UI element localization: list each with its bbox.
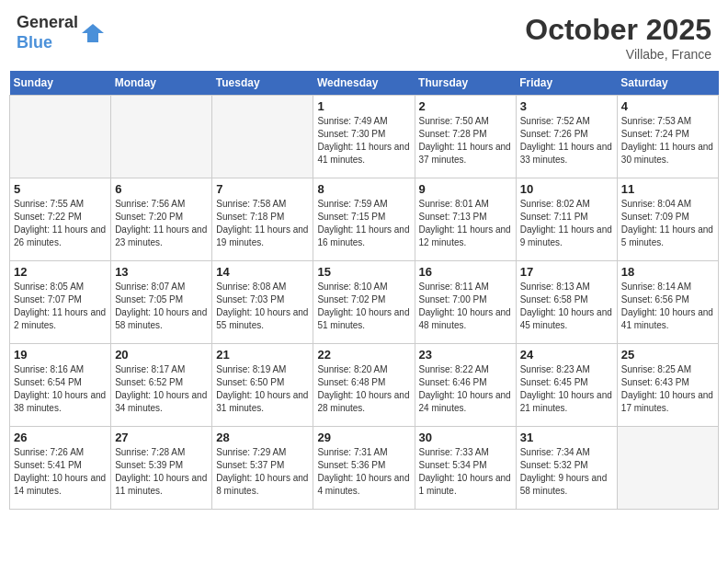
day-info: Sunrise: 7:55 AM Sunset: 7:22 PM Dayligh… [14, 198, 107, 249]
calendar-cell-4-4: 22Sunrise: 8:20 AM Sunset: 6:48 PM Dayli… [313, 344, 415, 427]
calendar-cell-1-1 [10, 96, 111, 178]
calendar-cell-4-7: 25Sunrise: 8:25 AM Sunset: 6:43 PM Dayli… [617, 344, 718, 427]
day-info: Sunrise: 8:22 AM Sunset: 6:46 PM Dayligh… [419, 363, 512, 415]
day-number: 28 [216, 431, 309, 444]
location: Villabe, France [525, 47, 711, 62]
day-number: 7 [216, 182, 309, 196]
calendar-week-2: 5Sunrise: 7:55 AM Sunset: 7:22 PM Daylig… [10, 178, 719, 261]
day-info: Sunrise: 8:13 AM Sunset: 6:58 PM Dayligh… [520, 281, 613, 332]
logo-icon [80, 20, 106, 46]
day-number: 19 [14, 348, 107, 362]
day-info: Sunrise: 7:31 AM Sunset: 5:36 PM Dayligh… [317, 446, 410, 498]
header-wednesday: Wednesday [313, 71, 415, 96]
calendar-cell-3-6: 17Sunrise: 8:13 AM Sunset: 6:58 PM Dayli… [516, 261, 617, 344]
day-info: Sunrise: 8:01 AM Sunset: 7:13 PM Dayligh… [419, 198, 512, 249]
day-info: Sunrise: 8:16 AM Sunset: 6:54 PM Dayligh… [14, 363, 107, 415]
day-info: Sunrise: 7:28 AM Sunset: 5:39 PM Dayligh… [115, 446, 208, 498]
page-header: General Blue October 2025 Villabe, Franc… [9, 9, 719, 65]
calendar-cell-5-5: 30Sunrise: 7:33 AM Sunset: 5:34 PM Dayli… [415, 427, 516, 510]
calendar-week-5: 26Sunrise: 7:26 AM Sunset: 5:41 PM Dayli… [10, 427, 719, 510]
calendar-cell-2-7: 11Sunrise: 8:04 AM Sunset: 7:09 PM Dayli… [617, 178, 718, 261]
calendar-cell-2-6: 10Sunrise: 8:02 AM Sunset: 7:11 PM Dayli… [516, 178, 617, 261]
calendar-cell-3-1: 12Sunrise: 8:05 AM Sunset: 7:07 PM Dayli… [10, 261, 111, 344]
logo-general: General [17, 13, 78, 33]
calendar-cell-5-7 [617, 427, 718, 510]
day-info: Sunrise: 7:52 AM Sunset: 7:26 PM Dayligh… [520, 115, 613, 167]
calendar-cell-4-1: 19Sunrise: 8:16 AM Sunset: 6:54 PM Dayli… [10, 344, 111, 427]
logo-text: General Blue [17, 13, 78, 52]
day-number: 5 [14, 182, 107, 196]
calendar-cell-1-7: 4Sunrise: 7:53 AM Sunset: 7:24 PM Daylig… [617, 96, 718, 178]
day-info: Sunrise: 7:58 AM Sunset: 7:18 PM Dayligh… [216, 198, 309, 249]
day-number: 18 [621, 265, 714, 279]
day-info: Sunrise: 8:25 AM Sunset: 6:43 PM Dayligh… [621, 363, 714, 415]
day-number: 2 [419, 99, 512, 113]
day-number: 29 [317, 431, 410, 444]
svg-marker-0 [82, 24, 104, 42]
day-number: 20 [115, 348, 208, 362]
day-info: Sunrise: 7:29 AM Sunset: 5:37 PM Dayligh… [216, 446, 309, 498]
calendar-table: Sunday Monday Tuesday Wednesday Thursday… [9, 71, 719, 510]
day-info: Sunrise: 8:23 AM Sunset: 6:45 PM Dayligh… [520, 363, 613, 415]
calendar-cell-5-4: 29Sunrise: 7:31 AM Sunset: 5:36 PM Dayli… [313, 427, 415, 510]
header-friday: Friday [516, 71, 617, 96]
day-number: 11 [621, 182, 714, 196]
day-info: Sunrise: 7:34 AM Sunset: 5:32 PM Dayligh… [520, 446, 613, 498]
calendar-cell-1-2 [111, 96, 212, 178]
calendar-cell-1-4: 1Sunrise: 7:49 AM Sunset: 7:30 PM Daylig… [313, 96, 415, 178]
day-info: Sunrise: 8:20 AM Sunset: 6:48 PM Dayligh… [317, 363, 410, 415]
day-number: 13 [115, 265, 208, 279]
day-info: Sunrise: 8:07 AM Sunset: 7:05 PM Dayligh… [115, 281, 208, 332]
calendar-cell-5-1: 26Sunrise: 7:26 AM Sunset: 5:41 PM Dayli… [10, 427, 111, 510]
calendar-week-3: 12Sunrise: 8:05 AM Sunset: 7:07 PM Dayli… [10, 261, 719, 344]
calendar-cell-1-5: 2Sunrise: 7:50 AM Sunset: 7:28 PM Daylig… [415, 96, 516, 178]
day-number: 1 [317, 99, 410, 113]
calendar-cell-4-3: 21Sunrise: 8:19 AM Sunset: 6:50 PM Dayli… [212, 344, 313, 427]
day-info: Sunrise: 8:04 AM Sunset: 7:09 PM Dayligh… [621, 198, 714, 249]
day-number: 23 [419, 348, 512, 362]
day-number: 21 [216, 348, 309, 362]
day-number: 14 [216, 265, 309, 279]
day-number: 3 [520, 99, 613, 113]
month-title: October 2025 [525, 13, 711, 47]
day-number: 17 [520, 265, 613, 279]
header-tuesday: Tuesday [212, 71, 313, 96]
day-number: 27 [115, 431, 208, 444]
day-number: 25 [621, 348, 714, 362]
calendar-cell-5-6: 31Sunrise: 7:34 AM Sunset: 5:32 PM Dayli… [516, 427, 617, 510]
day-number: 12 [14, 265, 107, 279]
day-info: Sunrise: 7:33 AM Sunset: 5:34 PM Dayligh… [419, 446, 512, 498]
header-monday: Monday [111, 71, 212, 96]
calendar-cell-2-4: 8Sunrise: 7:59 AM Sunset: 7:15 PM Daylig… [313, 178, 415, 261]
calendar-week-4: 19Sunrise: 8:16 AM Sunset: 6:54 PM Dayli… [10, 344, 719, 427]
calendar-cell-2-1: 5Sunrise: 7:55 AM Sunset: 7:22 PM Daylig… [10, 178, 111, 261]
calendar-cell-5-2: 27Sunrise: 7:28 AM Sunset: 5:39 PM Dayli… [111, 427, 212, 510]
day-number: 15 [317, 265, 410, 279]
calendar-cell-5-3: 28Sunrise: 7:29 AM Sunset: 5:37 PM Dayli… [212, 427, 313, 510]
day-info: Sunrise: 8:05 AM Sunset: 7:07 PM Dayligh… [14, 281, 107, 332]
day-info: Sunrise: 8:17 AM Sunset: 6:52 PM Dayligh… [115, 363, 208, 415]
day-number: 26 [14, 431, 107, 444]
day-number: 10 [520, 182, 613, 196]
header-thursday: Thursday [415, 71, 516, 96]
day-info: Sunrise: 8:02 AM Sunset: 7:11 PM Dayligh… [520, 198, 613, 249]
calendar-cell-3-3: 14Sunrise: 8:08 AM Sunset: 7:03 PM Dayli… [212, 261, 313, 344]
day-info: Sunrise: 8:11 AM Sunset: 7:00 PM Dayligh… [419, 281, 512, 332]
day-number: 24 [520, 348, 613, 362]
calendar-cell-4-5: 23Sunrise: 8:22 AM Sunset: 6:46 PM Dayli… [415, 344, 516, 427]
day-info: Sunrise: 8:08 AM Sunset: 7:03 PM Dayligh… [216, 281, 309, 332]
day-number: 4 [621, 99, 714, 113]
logo-blue: Blue [17, 33, 78, 53]
logo: General Blue [17, 13, 106, 52]
calendar-cell-3-4: 15Sunrise: 8:10 AM Sunset: 7:02 PM Dayli… [313, 261, 415, 344]
calendar-cell-2-2: 6Sunrise: 7:56 AM Sunset: 7:20 PM Daylig… [111, 178, 212, 261]
day-info: Sunrise: 7:50 AM Sunset: 7:28 PM Dayligh… [419, 115, 512, 167]
day-info: Sunrise: 8:14 AM Sunset: 6:56 PM Dayligh… [621, 281, 714, 332]
day-info: Sunrise: 7:59 AM Sunset: 7:15 PM Dayligh… [317, 198, 410, 249]
calendar-cell-3-7: 18Sunrise: 8:14 AM Sunset: 6:56 PM Dayli… [617, 261, 718, 344]
day-info: Sunrise: 7:49 AM Sunset: 7:30 PM Dayligh… [317, 115, 410, 167]
day-number: 16 [419, 265, 512, 279]
day-number: 9 [419, 182, 512, 196]
header-saturday: Saturday [617, 71, 718, 96]
day-info: Sunrise: 8:10 AM Sunset: 7:02 PM Dayligh… [317, 281, 410, 332]
